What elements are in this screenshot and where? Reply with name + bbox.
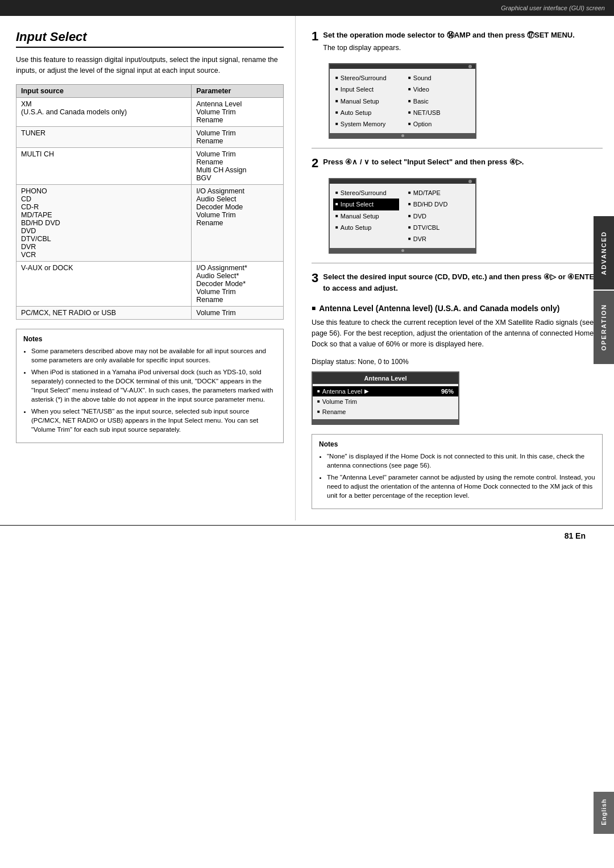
step-1-text: Set the operation mode selector to ⑭AMP … bbox=[323, 30, 603, 53]
table-cell-param: I/O Assignment Audio Select Decoder Mode… bbox=[192, 184, 284, 261]
page-number: 81 En bbox=[0, 525, 614, 546]
left-note-item: When iPod is stationed in a Yamaha iPod … bbox=[31, 367, 276, 404]
col-header-param: Parameter bbox=[192, 84, 284, 97]
gui-row-item: ■Option bbox=[406, 118, 472, 130]
advanced-label: ADVANCED bbox=[594, 216, 614, 290]
left-note-item: Some parameters described above may not … bbox=[31, 346, 276, 365]
step-3-text: Select the desired input source (CD, DVD… bbox=[323, 271, 603, 294]
gui-screen-1-bottom bbox=[330, 133, 475, 138]
side-labels: ADVANCED OPERATION bbox=[594, 216, 614, 364]
table-cell-source: PHONO CD CD-R MD/TAPE BD/HD DVD DVD DTV/… bbox=[16, 184, 192, 261]
operation-label-text: OPERATION bbox=[600, 304, 607, 351]
step-1-label: Set the operation mode selector to ⑭AMP … bbox=[323, 31, 575, 39]
right-note-item: "None" is displayed if the Home Dock is … bbox=[327, 452, 595, 470]
intro-text: Use this feature to reassign digital inp… bbox=[16, 55, 284, 76]
left-notes-list: Some parameters described above may not … bbox=[23, 346, 276, 435]
gui-rows-1: ■Stereo/Surround■Input Select■Manual Set… bbox=[330, 69, 475, 133]
gui-rows-2: ■Stereo/Surround■Input Select■Manual Set… bbox=[330, 184, 475, 248]
top-bar-text: Graphical user interface (GUI) screen bbox=[501, 5, 605, 11]
table-row: MULTI CHVolume Trim Rename Multi CH Assi… bbox=[16, 147, 284, 184]
table-row: TUNERVolume Trim Rename bbox=[16, 126, 284, 147]
table-cell-source: XM (U.S.A. and Canada models only) bbox=[16, 97, 192, 126]
gui-screen-2-top bbox=[330, 179, 475, 184]
table-row: PC/MCX, NET RADIO or USBVolume Trim bbox=[16, 306, 284, 319]
table-cell-source: V-AUX or DOCK bbox=[16, 261, 192, 306]
step-1: 1 Set the operation mode selector to ⑭AM… bbox=[312, 30, 603, 53]
input-table: Input source Parameter XM (U.S.A. and Ca… bbox=[16, 84, 284, 320]
antenna-screen: Antenna Level ■Antenna Level▶96%■Volume … bbox=[312, 371, 459, 425]
english-label: English bbox=[594, 792, 614, 834]
gui-row-item: ■DVD bbox=[406, 210, 472, 222]
table-cell-source: PC/MCX, NET RADIO or USB bbox=[16, 306, 192, 319]
gui-row-item: ■NET/USB bbox=[406, 107, 472, 118]
antenna-row: ■Antenna Level▶96% bbox=[313, 386, 458, 396]
gui-col-2-right: ■MD/TAPE■BD/HD DVD■DVD■DTV/CBL■DVR bbox=[403, 186, 475, 246]
step-3-number: 3 bbox=[312, 271, 318, 285]
table-cell-param: Volume Trim Rename Multi CH Assign BGV bbox=[192, 147, 284, 184]
gui-screen-2: ■Stereo/Surround■Input Select■Manual Set… bbox=[329, 178, 476, 254]
antenna-row: ■Rename bbox=[313, 407, 458, 417]
right-notes-box: Notes "None" is displayed if the Home Do… bbox=[312, 434, 603, 509]
divider-2 bbox=[312, 263, 603, 263]
subsection-intro: Use this feature to check the current re… bbox=[312, 317, 603, 349]
gui-screen-1-top bbox=[330, 64, 475, 69]
step-2-label: Press ④∧ / ∨ to select "Input Select" an… bbox=[323, 158, 524, 166]
divider-1 bbox=[312, 148, 603, 148]
table-cell-param: Volume Trim Rename bbox=[192, 126, 284, 147]
antenna-screen-bottom bbox=[313, 419, 458, 424]
gui-col-1-left: ■Stereo/Surround■Input Select■Manual Set… bbox=[330, 71, 403, 131]
gui-row-item: ■Manual Setup bbox=[333, 210, 399, 222]
step-2-number: 2 bbox=[312, 156, 318, 170]
table-cell-source: TUNER bbox=[16, 126, 192, 147]
advanced-label-text: ADVANCED bbox=[600, 231, 607, 275]
gui-col-2-left: ■Stereo/Surround■Input Select■Manual Set… bbox=[330, 186, 403, 246]
gui-screen-2-bottom bbox=[330, 248, 475, 253]
gui-bottom-dot-1 bbox=[401, 134, 404, 137]
gui-dot-1 bbox=[468, 65, 472, 68]
top-bar: Graphical user interface (GUI) screen bbox=[0, 0, 614, 16]
step-2-text: Press ④∧ / ∨ to select "Input Select" an… bbox=[323, 156, 603, 168]
gui-row-item: ■BD/HD DVD bbox=[406, 199, 472, 210]
left-column: Input Select Use this feature to reassig… bbox=[0, 16, 296, 520]
table-cell-param: I/O Assignment* Audio Select* Decoder Mo… bbox=[192, 261, 284, 306]
table-row: V-AUX or DOCKI/O Assignment* Audio Selec… bbox=[16, 261, 284, 306]
col-header-source: Input source bbox=[16, 84, 192, 97]
right-notes-title: Notes bbox=[319, 440, 595, 448]
left-notes-title: Notes bbox=[23, 335, 276, 343]
antenna-row: ■Volume Trim bbox=[313, 396, 458, 407]
gui-row-item: ■Stereo/Surround bbox=[333, 72, 399, 84]
gui-row-item: ■DVR bbox=[406, 233, 472, 245]
table-row: XM (U.S.A. and Canada models only)Antenn… bbox=[16, 97, 284, 126]
gui-row-item: ■Basic bbox=[406, 96, 472, 107]
display-status: Display status: None, 0 to 100% bbox=[312, 358, 603, 366]
gui-bottom-dot-2 bbox=[401, 249, 404, 252]
table-row: PHONO CD CD-R MD/TAPE BD/HD DVD DVD DTV/… bbox=[16, 184, 284, 261]
step-1-number: 1 bbox=[312, 30, 318, 43]
right-note-item: The "Antenna Level" parameter cannot be … bbox=[327, 473, 595, 500]
step-3: 3 Select the desired input source (CD, D… bbox=[312, 271, 603, 294]
section-title-left: Input Select bbox=[16, 30, 284, 48]
left-notes-box: Notes Some parameters described above ma… bbox=[16, 329, 284, 444]
gui-screen-1: ■Stereo/Surround■Input Select■Manual Set… bbox=[329, 63, 476, 139]
step-3-label: Select the desired input source (CD, DVD… bbox=[323, 272, 599, 292]
page-content: Input Select Use this feature to reassig… bbox=[0, 16, 614, 520]
gui-row-item: ■Auto Setup bbox=[333, 222, 399, 233]
step-2: 2 Press ④∧ / ∨ to select "Input Select" … bbox=[312, 156, 603, 168]
operation-label: OPERATION bbox=[594, 291, 614, 364]
gui-row-item: ■Manual Setup bbox=[333, 96, 399, 107]
gui-row-item: ■Input Select bbox=[333, 84, 399, 95]
left-note-item: When you select "NET/USB" as the input s… bbox=[31, 407, 276, 434]
gui-row-item: ■Input Select bbox=[333, 199, 399, 210]
english-label-text: English bbox=[600, 799, 607, 825]
step-1-sub: The top display appears. bbox=[323, 43, 603, 53]
right-column: 1 Set the operation mode selector to ⑭AM… bbox=[296, 16, 614, 520]
table-cell-param: Volume Trim bbox=[192, 306, 284, 319]
antenna-title-bar: Antenna Level bbox=[313, 373, 458, 384]
gui-row-item: ■MD/TAPE bbox=[406, 187, 472, 199]
gui-row-item: ■System Memory bbox=[333, 118, 399, 130]
gui-row-item: ■DTV/CBL bbox=[406, 222, 472, 233]
gui-row-item: ■Stereo/Surround bbox=[333, 187, 399, 199]
antenna-rows: ■Antenna Level▶96%■Volume Trim■Rename bbox=[313, 384, 458, 419]
gui-row-item: ■Video bbox=[406, 84, 472, 95]
table-cell-source: MULTI CH bbox=[16, 147, 192, 184]
